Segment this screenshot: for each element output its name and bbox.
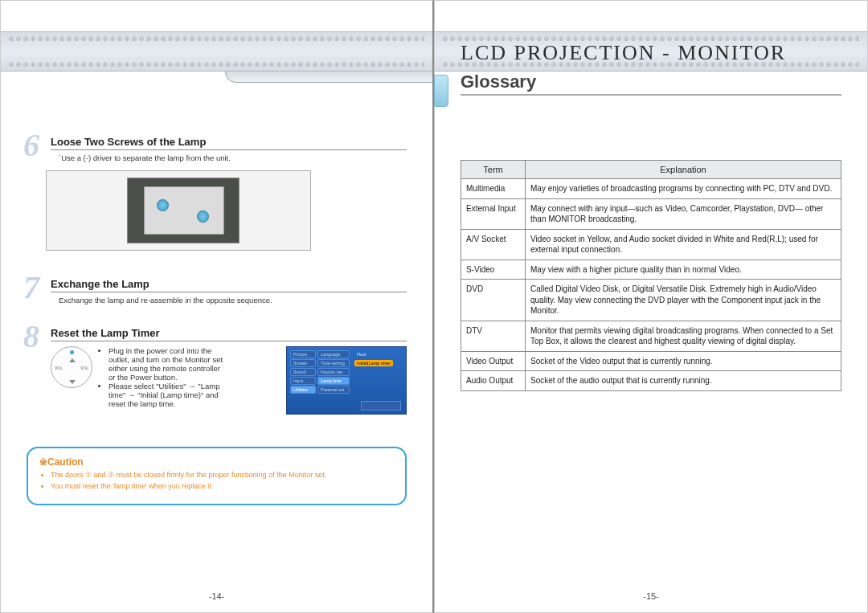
osd-item: Factory set [317,368,350,376]
glossary-table: Term Explanation MultimediaMay enjoy var… [461,160,841,391]
caution-box: ※Caution The doors ① and ② must be close… [27,447,407,505]
dots-bot: ◎◎◎◎◎◎◎◎◎◎◎◎◎◎◎◎◎◎◎◎◎◎◎◎◎◎◎◎◎◎◎◎◎◎◎◎◎◎◎◎… [9,61,424,67]
step-6: 6 Loose Two Screws of the Lamp ˙Use a (-… [27,136,407,251]
step-7: 7 Exchange the Lamp Exchange the lamp an… [27,278,407,304]
osd-item: Time setting [317,359,350,367]
osd-item-highlight: Utilities [290,386,316,394]
term-cell: DVD [461,280,526,321]
step-title: Loose Two Screws of the Lamp [51,136,407,150]
step8-bullet: Please select "Utilities" → "Lamp time" … [108,382,227,408]
osd-item-selected: Initial(Lamp time) [354,360,393,366]
expl-cell: Video socket in Yellow, and Audio socket… [526,229,841,260]
step8-bullet: Plug in the power cord into the outlet, … [108,346,227,382]
page-14: ◎◎◎◎◎◎◎◎◎◎◎◎◎◎◎◎◎◎◎◎◎◎◎◎◎◎◎◎◎◎◎◎◎◎◎◎◎◎◎◎… [0,0,434,613]
arrow-up-icon [69,358,76,362]
expl-cell: May connect with any input—such as Video… [526,198,841,229]
table-row: DVDCalled Digital Video Disk, or Digital… [461,280,841,321]
page-15: ◎◎◎◎◎◎◎◎◎◎◎◎◎◎◎◎◎◎◎◎◎◎◎◎◎◎◎◎◎◎◎◎◎◎◎◎◎◎◎◎… [434,0,868,613]
step-number: 7 [23,268,39,306]
step-body: ˙Use a (-) driver to separate the lamp f… [59,153,407,162]
expl-cell: Socket of the audio output that is curre… [526,371,841,391]
manual-title: LCD PROJECTION - MONITOR [461,41,786,65]
table-row: DTVMonitor that permits viewing digital … [461,321,841,351]
remote-vol-r: VOL [80,366,88,370]
expl-cell: May view with a higher picture quality t… [526,260,841,280]
expl-cell: Monitor that permits viewing digital bro… [526,321,841,351]
remote-diagram: MENU VOL VOL [51,346,92,388]
expl-cell: Socket of the Video output that is curre… [526,351,841,371]
menu-button-icon [70,350,74,354]
screw-icon [157,199,169,211]
table-row: Video OutputSocket of the Video output t… [461,351,841,371]
page-number: -15- [435,591,867,601]
lamp-diagram [46,170,311,251]
osd-footer-icon [361,401,401,411]
header-band-left: ◎◎◎◎◎◎◎◎◎◎◎◎◎◎◎◎◎◎◎◎◎◎◎◎◎◎◎◎◎◎◎◎◎◎◎◎◎◎◎◎… [1,31,432,72]
caution-title: ※Caution [39,456,394,468]
term-cell: A/V Socket [461,229,526,260]
header-curve [225,72,432,83]
table-head-expl: Explanation [526,161,841,179]
term-cell: Audio Output [461,371,526,391]
arrow-down-icon [69,380,76,384]
term-cell: S-Video [461,260,526,280]
term-cell: External Input [461,198,526,229]
step-body: Exchange the lamp and re-assemble in the… [59,296,407,304]
osd-item: Input [290,377,316,385]
table-row: Audio OutputSocket of the audio output t… [461,371,841,391]
term-cell: Video Output [461,351,526,371]
screw-icon [197,210,209,223]
osd-item: Language [317,350,350,358]
osd-item-highlight: Lamp time [317,377,350,385]
term-cell: DTV [461,321,526,351]
table-row: External InputMay connect with any input… [461,198,841,229]
osd-item: Sound [290,368,316,376]
table-head-term: Term [461,161,526,179]
osd-menu: PictureLanguageHour ScreenTime settingIn… [286,346,407,415]
step-8: 8 Reset the Lamp Timer MENU VOL VOL Pict… [27,327,407,415]
dots-top: ◎◎◎◎◎◎◎◎◎◎◎◎◎◎◎◎◎◎◎◎◎◎◎◎◎◎◎◎◎◎◎◎◎◎◎◎◎◎◎◎… [9,35,424,42]
step-number: 6 [23,126,39,164]
tab-marker-icon [434,75,448,107]
table-row: MultimediaMay enjoy varieties of broadca… [461,179,841,199]
term-cell: Multimedia [461,179,526,199]
step-number: 8 [23,317,39,355]
caution-item: The doors ① and ② must be closed firmly … [51,471,394,480]
osd-item: Parental set [317,386,350,394]
step-title: Reset the Lamp Timer [51,327,407,341]
osd-item: Screen [290,359,316,367]
remote-vol-l: VOL [55,366,63,370]
expl-cell: Called Digital Video Disk, or Digital Ve… [526,280,841,321]
caution-item: You must reset the 'lamp time' when you … [51,482,394,491]
table-row: A/V SocketVideo socket in Yellow, and Au… [461,229,841,260]
table-row: S-VideoMay view with a higher picture qu… [461,260,841,280]
step-title: Exchange the Lamp [51,278,407,292]
section-title: Glossary [461,72,841,96]
page-number: -14- [1,591,432,601]
osd-item: Picture [290,350,316,358]
osd-item: Hour [354,351,369,358]
expl-cell: May enjoy varieties of broadcasting prog… [526,179,841,199]
